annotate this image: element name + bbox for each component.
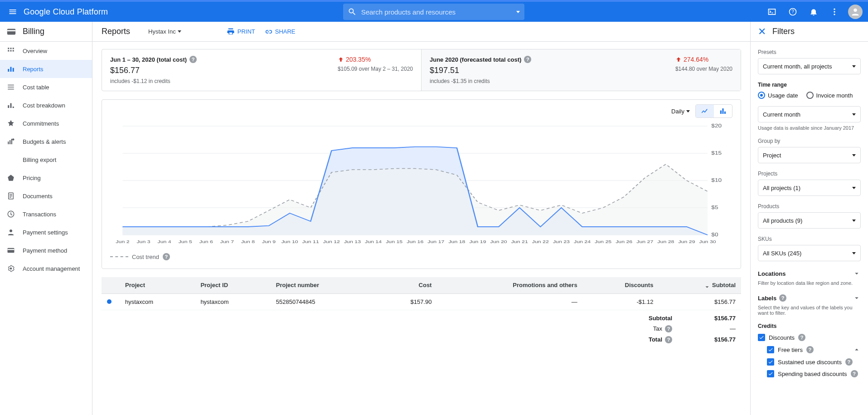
bar-chart-toggle[interactable] [714, 105, 732, 117]
granularity-selector[interactable]: Daily [671, 108, 690, 115]
billing-icon [6, 27, 16, 37]
print-button[interactable]: PRINT [227, 28, 255, 36]
arrow-up-icon [338, 56, 344, 63]
sidebar-item-transactions[interactable]: Transactions [0, 205, 92, 223]
svg-text:Jun 28: Jun 28 [657, 239, 674, 244]
svg-text:Jun 4: Jun 4 [158, 239, 171, 244]
invoice-month-radio[interactable]: Invoice month [806, 92, 853, 99]
sidebar-item-pricing[interactable]: Pricing [0, 169, 92, 187]
totals-total: $156.77 [699, 336, 736, 343]
search-icon [348, 7, 357, 16]
table-header[interactable]: Promotions and others [437, 277, 582, 293]
help-icon[interactable]: ? [779, 294, 786, 302]
summary-right-value: $197.51 [430, 66, 531, 75]
spending-checkbox[interactable]: Spending based discounts? [767, 370, 861, 377]
help-icon[interactable]: ? [845, 358, 853, 366]
sidebar-item-documents[interactable]: Documents [0, 187, 92, 205]
svg-text:$5: $5 [711, 205, 718, 210]
table-header[interactable]: Cost [375, 277, 437, 293]
svg-point-20 [10, 229, 12, 232]
sidebar-item-account-management[interactable]: Account management [0, 259, 92, 278]
svg-text:Jun 23: Jun 23 [553, 239, 570, 244]
sustained-checkbox[interactable]: Sustained use discounts? [767, 358, 861, 366]
svg-point-4 [834, 14, 835, 15]
svg-point-23 [10, 268, 12, 270]
search-input[interactable] [361, 8, 516, 16]
projects-select[interactable]: All projects (1) [758, 180, 861, 196]
locations-section[interactable]: Locations [758, 269, 861, 278]
credits-label: Credits [758, 323, 861, 329]
sidebar-item-overview[interactable]: Overview [0, 42, 92, 60]
sidebar-item-cost-breakdown[interactable]: Cost breakdown [0, 96, 92, 114]
nav-menu-button[interactable] [4, 3, 22, 21]
help-icon[interactable]: ? [524, 56, 531, 63]
account-avatar[interactable] [846, 3, 864, 21]
svg-text:Jun 2: Jun 2 [116, 239, 129, 244]
products-select[interactable]: All products (9) [758, 212, 861, 229]
table-header[interactable]: Project ID [195, 277, 270, 293]
sidebar-item-budgets-alerts[interactable]: Budgets & alerts [0, 132, 92, 151]
help-icon[interactable]: ? [665, 325, 672, 332]
page-title: Reports [102, 27, 130, 36]
time-range-select[interactable]: Current month [758, 106, 861, 122]
table-header[interactable]: Subtotal [659, 277, 741, 293]
table-row[interactable]: hystaxcomhystaxcom552850744845$157.90—-$… [102, 293, 741, 310]
svg-rect-26 [724, 112, 726, 114]
help-icon[interactable]: ? [163, 253, 170, 260]
svg-rect-7 [7, 30, 15, 31]
sidebar-item-billing-export[interactable]: Billing export [0, 151, 92, 169]
chevron-down-icon [853, 294, 861, 302]
sidebar-item-payment-method[interactable]: Payment method [0, 241, 92, 259]
table-header[interactable]: Project number [271, 277, 375, 293]
chart-plot[interactable]: $0$5$10$15$20Jun 2Jun 3Jun 4Jun 5Jun 6Ju… [110, 122, 732, 249]
skus-label: SKUs [758, 236, 861, 242]
section-title: Billing [23, 27, 44, 36]
section-header: Billing [0, 22, 92, 42]
group-by-select[interactable]: Project [758, 147, 861, 163]
cloud-shell-icon[interactable] [763, 3, 781, 21]
discounts-checkbox[interactable]: Discounts? [758, 334, 861, 341]
help-icon[interactable]: ? [806, 346, 814, 353]
table-header[interactable]: Project [120, 277, 195, 293]
presets-select[interactable]: Current month, all projects [758, 58, 861, 74]
chevron-up-icon[interactable] [853, 346, 861, 354]
svg-text:Jun 11: Jun 11 [302, 239, 319, 244]
summary-right-title: June 2020 (forecasted total cost) [430, 56, 521, 63]
group-by-label: Group by [758, 138, 861, 144]
free-tiers-checkbox[interactable]: Free tiers? [767, 346, 861, 354]
sidebar-item-commitments[interactable]: Commitments [0, 114, 92, 132]
table-header[interactable]: Discounts [583, 277, 659, 293]
main-content: Reports Hystax Inc PRINT SHARE [92, 22, 750, 415]
svg-text:Jun 22: Jun 22 [532, 239, 549, 244]
help-icon[interactable]: ? [665, 336, 672, 343]
svg-text:Jun 21: Jun 21 [511, 239, 528, 244]
more-icon[interactable] [825, 3, 844, 21]
sidebar-item-payment-settings[interactable]: Payment settings [0, 223, 92, 241]
totals-subtotal: $156.77 [699, 315, 736, 322]
org-selector[interactable]: Hystax Inc [148, 28, 181, 35]
skus-select[interactable]: All SKUs (245) [758, 245, 861, 261]
chart-legend: Cost trend ? [110, 253, 732, 260]
svg-text:Jun 7: Jun 7 [220, 239, 234, 244]
notifications-icon[interactable] [805, 3, 823, 21]
svg-rect-22 [8, 249, 15, 250]
svg-rect-8 [8, 69, 9, 72]
help-icon[interactable]: ? [189, 56, 197, 63]
close-filters-button[interactable]: ✕ [758, 27, 766, 37]
totals-total-label: Total [649, 336, 662, 343]
labels-section[interactable]: Labels? [758, 294, 861, 302]
svg-text:Jun 17: Jun 17 [427, 239, 444, 244]
sidebar-item-cost-table[interactable]: Cost table [0, 78, 92, 96]
help-icon[interactable]: ? [851, 370, 858, 377]
search-box[interactable] [343, 4, 524, 20]
line-chart-toggle[interactable] [696, 105, 714, 117]
sidebar-item-reports[interactable]: Reports [0, 60, 92, 78]
help-icon[interactable]: ? [784, 3, 802, 21]
usage-date-radio[interactable]: Usage date [758, 92, 798, 99]
chevron-down-icon[interactable] [516, 11, 520, 13]
filters-panel: ✕ Filters Presets Current month, all pro… [750, 22, 868, 415]
product-title: Google Cloud Platform [24, 7, 108, 17]
share-button[interactable]: SHARE [264, 28, 296, 36]
help-icon[interactable]: ? [798, 334, 805, 341]
totals-tax-label: Tax [653, 325, 662, 332]
